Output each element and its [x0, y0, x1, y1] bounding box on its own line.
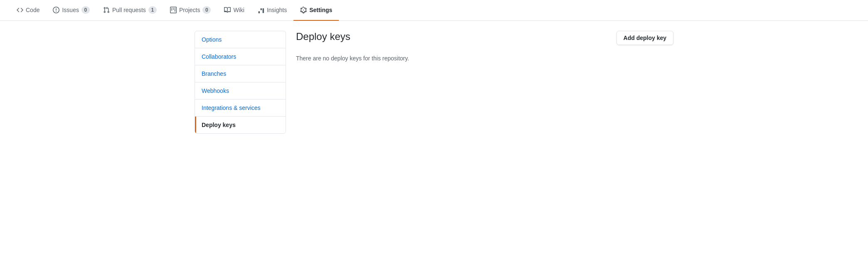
- sidebar-item-deploy-keys[interactable]: Deploy keys: [195, 117, 286, 133]
- tab-projects[interactable]: Projects 0: [163, 0, 218, 21]
- tab-settings-label: Settings: [309, 7, 332, 13]
- tab-insights-label: Insights: [267, 7, 287, 13]
- tab-pull-requests-label: Pull requests: [112, 7, 146, 13]
- projects-icon: [170, 7, 177, 13]
- sidebar-item-branches-label: Branches: [202, 70, 226, 77]
- wiki-icon: [224, 7, 231, 13]
- tab-projects-label: Projects: [179, 7, 200, 13]
- sidebar-item-branches[interactable]: Branches: [195, 65, 286, 82]
- add-deploy-key-button[interactable]: Add deploy key: [616, 31, 673, 45]
- pull-request-icon: [103, 7, 110, 13]
- projects-badge: 0: [202, 6, 211, 14]
- tab-wiki[interactable]: Wiki: [217, 0, 251, 21]
- pull-requests-badge: 1: [148, 6, 157, 14]
- content-area: Options Collaborators Branches Webhooks …: [185, 21, 683, 144]
- sidebar-item-integrations[interactable]: Integrations & services: [195, 100, 286, 117]
- tab-issues[interactable]: Issues 0: [46, 0, 96, 21]
- sidebar-item-deploy-keys-label: Deploy keys: [202, 122, 236, 128]
- sidebar-item-options-label: Options: [202, 36, 222, 43]
- tab-code-label: Code: [26, 7, 39, 13]
- tab-settings[interactable]: Settings: [293, 0, 339, 21]
- main-header: Deploy keys Add deploy key: [296, 31, 673, 45]
- sidebar-item-collaborators-label: Collaborators: [202, 53, 236, 60]
- sidebar-item-webhooks-label: Webhooks: [202, 87, 229, 94]
- main-panel: Deploy keys Add deploy key There are no …: [296, 31, 673, 134]
- sidebar: Options Collaborators Branches Webhooks …: [195, 31, 286, 134]
- page-title: Deploy keys: [296, 31, 350, 42]
- tab-wiki-label: Wiki: [233, 7, 244, 13]
- issues-badge: 0: [81, 6, 90, 14]
- empty-message: There are no deploy keys for this reposi…: [296, 55, 673, 62]
- sidebar-item-webhooks[interactable]: Webhooks: [195, 82, 286, 100]
- insights-icon: [258, 7, 264, 13]
- issues-icon: [53, 7, 59, 13]
- top-nav: Code Issues 0 Pull requests 1 Projects 0…: [0, 0, 868, 21]
- tab-pull-requests[interactable]: Pull requests 1: [96, 0, 163, 21]
- tab-code[interactable]: Code: [10, 0, 46, 21]
- settings-icon: [300, 7, 307, 13]
- sidebar-item-options[interactable]: Options: [195, 31, 286, 48]
- tab-insights[interactable]: Insights: [251, 0, 293, 21]
- sidebar-item-integrations-label: Integrations & services: [202, 105, 261, 111]
- tab-issues-label: Issues: [62, 7, 79, 13]
- sidebar-item-collaborators[interactable]: Collaborators: [195, 48, 286, 65]
- code-icon: [17, 7, 23, 13]
